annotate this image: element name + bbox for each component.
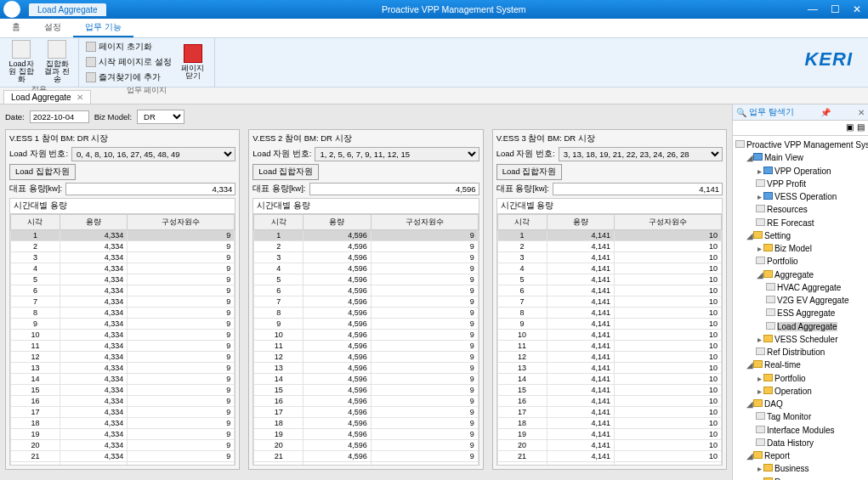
expand-toggle[interactable]: ▸ — [756, 462, 763, 475]
expand-toggle[interactable]: ◢ — [746, 398, 753, 410]
quick-tab-load-aggregate[interactable]: Load Aggregate — [29, 3, 106, 16]
tree-vess-scheduler[interactable]: VESS Scheduler — [774, 335, 838, 344]
table-row[interactable]: 184,14110 — [497, 418, 721, 429]
table-row[interactable]: 224,3349 — [11, 462, 235, 466]
tree-portfolio[interactable]: Portfolio — [767, 257, 798, 266]
biz-model-select[interactable]: DR — [137, 110, 184, 124]
capacity-input[interactable] — [309, 183, 479, 195]
table-row[interactable]: 64,14110 — [497, 285, 721, 296]
tree-v2g-aggregate[interactable]: V2G EV Aggregate — [777, 296, 849, 305]
capacity-input[interactable] — [65, 183, 235, 195]
table-row[interactable]: 134,3349 — [11, 363, 235, 374]
table-row[interactable]: 204,5969 — [254, 440, 478, 451]
tree-re-forecast[interactable]: RE Forecast — [767, 218, 814, 228]
tree-vess-operation[interactable]: VESS Operation — [774, 192, 837, 201]
add-favorite-button[interactable]: 즐겨찾기에 추가 — [84, 71, 173, 84]
table-row[interactable]: 114,14110 — [497, 341, 721, 352]
hourly-capacity-table[interactable]: 시각 용량 구성자원수 14,1411024,1411034,1411044,1… — [496, 214, 723, 466]
table-row[interactable]: 34,3349 — [11, 252, 235, 263]
table-row[interactable]: 94,5969 — [254, 319, 478, 330]
table-row[interactable]: 124,3349 — [11, 352, 235, 363]
minimize-button[interactable]: — — [802, 3, 824, 15]
load-numbers-select[interactable]: 1, 2, 5, 6, 7, 9, 11, 12, 15 — [315, 147, 479, 161]
maximize-button[interactable]: ☐ — [824, 3, 846, 15]
expand-toggle[interactable]: ◢ — [746, 151, 753, 164]
table-row[interactable]: 174,14110 — [497, 407, 721, 418]
table-row[interactable]: 14,14110 — [497, 230, 721, 241]
table-row[interactable]: 214,3349 — [11, 451, 235, 462]
tree-biz-model[interactable]: Biz Model — [774, 244, 812, 253]
table-row[interactable]: 84,3349 — [11, 308, 235, 319]
table-row[interactable]: 134,14110 — [497, 363, 721, 374]
tree-rt-operation[interactable]: Operation — [774, 387, 812, 396]
tree-report[interactable]: Report — [764, 451, 790, 460]
table-row[interactable]: 194,14110 — [497, 429, 721, 440]
table-row[interactable]: 114,3349 — [11, 341, 235, 352]
table-row[interactable]: 24,5969 — [254, 241, 478, 252]
table-row[interactable]: 164,14110 — [497, 396, 721, 407]
close-window-button[interactable]: ✕ — [846, 3, 868, 15]
ribbon-tab-home[interactable]: 홈 — [0, 19, 32, 37]
table-row[interactable]: 54,3349 — [11, 274, 235, 285]
tree-ess-aggregate[interactable]: ESS Aggregate — [777, 308, 835, 318]
table-row[interactable]: 164,5969 — [254, 396, 478, 407]
ribbon-tab-settings[interactable]: 설정 — [32, 19, 73, 37]
table-row[interactable]: 144,14110 — [497, 374, 721, 385]
expand-toggle[interactable]: ▸ — [756, 333, 763, 346]
table-row[interactable]: 204,3349 — [11, 440, 235, 451]
tree-data-history[interactable]: Data History — [767, 438, 814, 448]
tree-realtime[interactable]: Real-time — [764, 360, 801, 370]
expand-toggle[interactable]: ▸ — [756, 372, 763, 385]
expand-toggle[interactable]: ▸ — [756, 476, 763, 481]
tree-vpp-operation[interactable]: VPP Operation — [774, 167, 831, 176]
tree-rt-portfolio[interactable]: Portfolio — [774, 374, 806, 383]
table-row[interactable]: 54,14110 — [497, 274, 721, 285]
table-row[interactable]: 194,3349 — [11, 429, 235, 440]
tree-vpp-profit[interactable]: VPP Profit — [767, 179, 806, 189]
close-tab-icon[interactable]: ✕ — [77, 93, 83, 102]
expand-toggle[interactable]: ▸ — [756, 190, 763, 203]
table-row[interactable]: 134,5969 — [254, 363, 478, 374]
table-row[interactable]: 154,14110 — [497, 385, 721, 396]
tree-hvac-aggregate[interactable]: HVAC Aggregate — [777, 283, 841, 292]
collapse-icon[interactable]: ▣ — [846, 122, 854, 133]
table-row[interactable]: 44,3349 — [11, 263, 235, 274]
table-row[interactable]: 114,5969 — [254, 341, 478, 352]
expand-toggle[interactable]: ◢ — [756, 268, 763, 281]
tree-setting[interactable]: Setting — [764, 231, 791, 240]
tree-main-view[interactable]: Main View — [764, 153, 803, 162]
table-row[interactable]: 64,3349 — [11, 285, 235, 296]
table-row[interactable]: 214,14110 — [497, 451, 721, 462]
table-row[interactable]: 124,5969 — [254, 352, 478, 363]
table-row[interactable]: 144,5969 — [254, 374, 478, 385]
load-aggregate-button[interactable]: Load자원 집합화 — [5, 40, 37, 83]
table-row[interactable]: 144,3349 — [11, 374, 235, 385]
table-row[interactable]: 164,3349 — [11, 396, 235, 407]
table-row[interactable]: 214,5969 — [254, 451, 478, 462]
tree-resource[interactable]: Resource — [774, 477, 811, 481]
capacity-input[interactable] — [553, 183, 723, 195]
table-row[interactable]: 24,14110 — [497, 241, 721, 252]
table-row[interactable]: 54,5969 — [254, 274, 478, 285]
table-row[interactable]: 74,5969 — [254, 296, 478, 308]
table-row[interactable]: 14,3349 — [11, 230, 235, 241]
expand-toggle[interactable]: ▸ — [756, 165, 763, 178]
table-row[interactable]: 124,14110 — [497, 352, 721, 363]
table-row[interactable]: 174,5969 — [254, 407, 478, 418]
load-aggregate-resource-button[interactable]: Load 집합자원 — [496, 164, 563, 180]
table-row[interactable]: 184,3349 — [11, 418, 235, 429]
expand-toggle[interactable]: ◢ — [746, 359, 753, 371]
table-row[interactable]: 24,3349 — [11, 241, 235, 252]
set-start-page-button[interactable]: 시작 페이지로 설정 — [84, 55, 173, 69]
table-row[interactable]: 104,3349 — [11, 330, 235, 341]
table-row[interactable]: 184,5969 — [254, 418, 478, 429]
load-numbers-select[interactable]: 0, 4, 8, 10, 16, 27, 45, 48, 49 — [71, 147, 235, 161]
tree-root[interactable]: Proactive VPP Management System — [746, 140, 868, 150]
tree-aggregate[interactable]: Aggregate — [774, 270, 814, 280]
hourly-capacity-table[interactable]: 시각 용량 구성자원수 14,334924,334934,334944,3349… — [9, 214, 235, 466]
table-row[interactable]: 64,5969 — [254, 285, 478, 296]
table-row[interactable]: 104,14110 — [497, 330, 721, 341]
tree-tag-monitor[interactable]: Tag Monitor — [767, 412, 811, 421]
expand-icon[interactable]: ▤ — [857, 122, 865, 133]
date-input[interactable] — [30, 110, 89, 123]
